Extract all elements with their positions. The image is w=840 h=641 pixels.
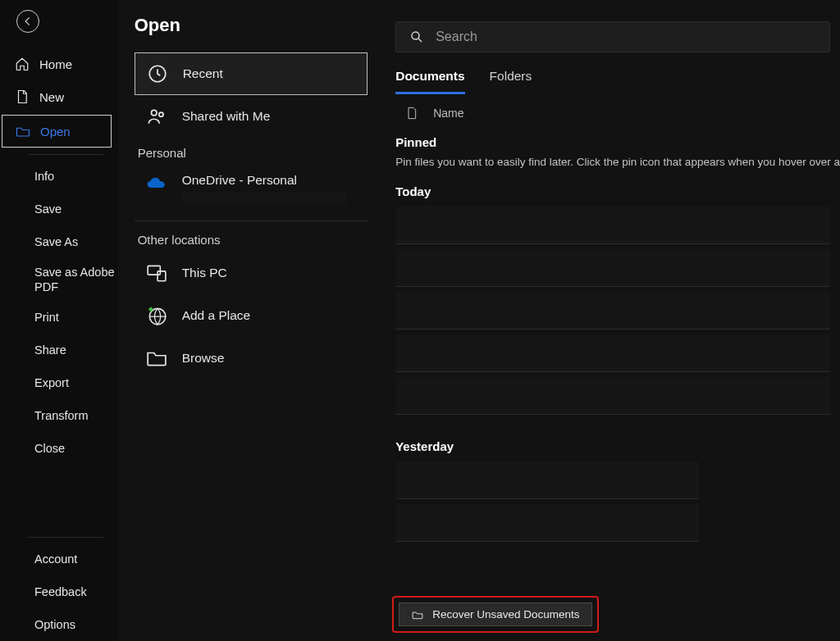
file-row[interactable] (395, 334, 830, 372)
clock-icon (147, 63, 168, 84)
search-icon (409, 30, 424, 44)
backstage-nav: Home New Open Info Save Save As Save as … (0, 0, 118, 641)
nav-export[interactable]: Export (0, 366, 118, 399)
location-add-place-label: Add a Place (182, 308, 251, 323)
onedrive-icon (146, 173, 167, 194)
nav-close[interactable]: Close (0, 432, 118, 465)
nav-transform[interactable]: Transform (0, 399, 118, 432)
this-pc-icon (146, 262, 167, 284)
locations-personal-header: Personal (135, 138, 368, 165)
nav-save-adobe-pdf[interactable]: Save as Adobe PDF (0, 258, 118, 301)
location-onedrive[interactable]: OneDrive - Personal (135, 165, 368, 217)
location-this-pc[interactable]: This PC (135, 252, 368, 294)
nav-options[interactable]: Options (0, 608, 118, 641)
location-add-place[interactable]: Add a Place (135, 294, 368, 337)
back-button[interactable] (16, 10, 39, 33)
file-row[interactable] (395, 207, 830, 244)
nav-home-label: Home (39, 57, 72, 71)
column-header-row: Name (386, 94, 840, 129)
folder-open-icon (16, 124, 30, 139)
nav-open-label: Open (40, 125, 71, 139)
nav-share[interactable]: Share (0, 334, 118, 366)
home-icon (15, 57, 30, 71)
file-row[interactable] (395, 377, 830, 415)
svg-rect-3 (148, 266, 160, 275)
group-pinned-hint: Pin files you want to easily find later.… (386, 152, 840, 178)
people-icon (146, 106, 167, 127)
arrow-left-icon (22, 16, 34, 27)
nav-open[interactable]: Open (2, 115, 112, 148)
document-icon (15, 89, 30, 104)
nav-saveas[interactable]: Save As (0, 225, 118, 258)
location-recent-label: Recent (183, 66, 223, 81)
search-placeholder: Search (436, 30, 477, 44)
open-files-panel: Search Documents Folders Name Pinned Pin… (386, 0, 840, 641)
svg-rect-4 (158, 271, 166, 281)
svg-point-6 (412, 32, 419, 39)
location-shared-with-me[interactable]: Shared with Me (135, 95, 368, 138)
locations-separator (135, 220, 368, 221)
document-icon (405, 106, 418, 120)
nav-new[interactable]: New (0, 80, 118, 113)
add-place-icon (146, 305, 167, 326)
folder-icon (146, 348, 167, 369)
nav-separator (28, 154, 103, 155)
onedrive-account-placeholder (182, 193, 346, 204)
location-browse-label: Browse (182, 351, 225, 366)
file-row[interactable] (395, 249, 830, 287)
tab-folders[interactable]: Folders (490, 64, 532, 94)
nav-info[interactable]: Info (0, 160, 118, 193)
svg-point-1 (151, 110, 157, 116)
file-folder-tabs: Documents Folders (386, 64, 840, 94)
page-title: Open (135, 15, 368, 36)
nav-print[interactable]: Print (0, 301, 118, 334)
location-recent[interactable]: Recent (135, 52, 368, 95)
locations-other-header: Other locations (135, 225, 368, 252)
file-row[interactable] (395, 461, 699, 499)
location-this-pc-label: This PC (182, 266, 227, 280)
nav-save[interactable]: Save (0, 193, 118, 225)
recover-unsaved-label: Recover Unsaved Documents (432, 608, 579, 621)
file-row[interactable] (395, 292, 830, 330)
location-browse[interactable]: Browse (135, 337, 368, 380)
nav-new-label: New (39, 90, 64, 104)
nav-separator-bottom (28, 537, 103, 538)
file-row[interactable] (395, 504, 699, 542)
nav-feedback[interactable]: Feedback (0, 575, 118, 608)
group-today-label: Today (386, 178, 840, 202)
nav-home[interactable]: Home (0, 48, 118, 80)
folder-open-icon (411, 609, 424, 621)
recover-unsaved-button[interactable]: Recover Unsaved Documents (399, 602, 591, 626)
location-onedrive-label: OneDrive - Personal (182, 173, 346, 188)
tab-documents[interactable]: Documents (395, 64, 464, 94)
group-pinned-label: Pinned (386, 129, 840, 152)
open-locations-panel: Open Recent Shared with Me Personal OneD… (118, 0, 386, 641)
group-yesterday-label: Yesterday (386, 433, 840, 457)
svg-point-2 (158, 112, 162, 116)
recover-highlight: Recover Unsaved Documents (392, 596, 598, 633)
column-header-name[interactable]: Name (433, 107, 463, 120)
search-input[interactable]: Search (395, 21, 830, 52)
location-shared-label: Shared with Me (182, 109, 271, 124)
nav-account[interactable]: Account (0, 543, 118, 575)
